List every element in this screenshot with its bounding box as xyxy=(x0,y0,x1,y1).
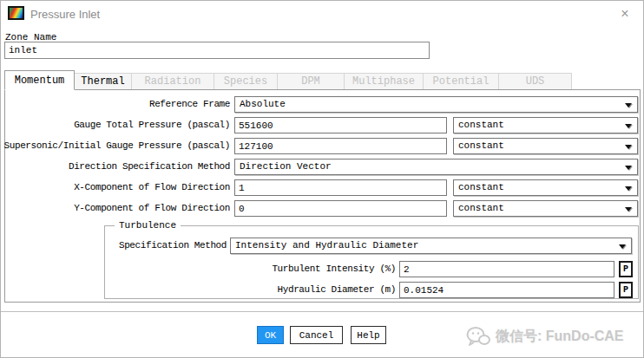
ok-button[interactable]: OK xyxy=(257,326,284,344)
window-title: Pressure Inlet xyxy=(30,8,100,21)
turbulent-intensity-profile-button[interactable]: P xyxy=(619,261,633,277)
zone-name-input[interactable] xyxy=(4,42,430,59)
hydraulic-diameter-profile-button[interactable]: P xyxy=(619,282,633,298)
profile-value: constant xyxy=(458,120,504,130)
tab-species: Species xyxy=(214,73,278,90)
gauge-total-pressure-profile-combo[interactable]: constant xyxy=(453,117,638,133)
profile-value: constant xyxy=(458,182,504,192)
hydraulic-diameter-label: Hydraulic Diameter (m) xyxy=(167,284,396,295)
y-flow-direction-input[interactable] xyxy=(234,200,447,217)
watermark: 微信号: FunDo-CAE xyxy=(466,323,640,349)
watermark-text: 微信号: FunDo-CAE xyxy=(496,328,624,346)
tab-radiation: Radiation xyxy=(131,73,214,90)
chevron-down-icon[interactable] xyxy=(625,207,632,212)
turbulent-intensity-input[interactable] xyxy=(399,261,614,277)
reference-frame-label: Reference Frame xyxy=(1,99,230,109)
gauge-total-pressure-label: Gauge Total Pressure (pascal) xyxy=(1,120,230,130)
chevron-down-icon[interactable] xyxy=(625,166,632,170)
x-flow-direction-input[interactable] xyxy=(234,179,447,196)
hydraulic-diameter-input[interactable] xyxy=(399,282,614,298)
tab-uds: UDS xyxy=(498,73,572,90)
gauge-total-pressure-input[interactable] xyxy=(234,117,447,133)
wechat-icon xyxy=(466,326,490,348)
turbulent-intensity-label: Turbulent Intensity (%) xyxy=(167,264,396,274)
turbulence-spec-method-value: Intensity and Hydraulic Diameter xyxy=(235,240,418,251)
y-flow-direction-label: Y-Component of Flow Direction xyxy=(1,203,230,213)
tab-thermal[interactable]: Thermal xyxy=(74,73,132,90)
chevron-down-icon[interactable] xyxy=(625,145,632,149)
chevron-down-icon[interactable] xyxy=(625,186,632,191)
turbulence-group-title: Turbulence xyxy=(115,220,181,231)
title-bar: Pressure Inlet × xyxy=(1,1,643,27)
pressure-inlet-dialog: Pressure Inlet × Zone Name Momentum Ther… xyxy=(0,0,644,358)
x-flow-direction-profile-combo[interactable]: constant xyxy=(453,179,638,196)
supersonic-gauge-pressure-label: Supersonic/Initial Gauge Pressure (pasca… xyxy=(1,140,230,151)
turbulence-spec-method-combo[interactable]: Intensity and Hydraulic Diameter xyxy=(230,238,632,254)
x-flow-direction-label: X-Component of Flow Direction xyxy=(1,182,230,192)
turbulence-spec-method-label: Specification Method xyxy=(1,240,227,251)
tab-multiphase: Multiphase xyxy=(344,73,424,90)
fluent-logo-icon xyxy=(8,6,24,20)
help-button[interactable]: Help xyxy=(351,326,386,344)
direction-spec-method-label: Direction Specification Method xyxy=(1,161,230,172)
footer-separator xyxy=(1,311,643,315)
reference-frame-combo[interactable]: Absolute xyxy=(234,96,638,113)
close-icon[interactable]: × xyxy=(617,6,633,22)
supersonic-gauge-pressure-input[interactable] xyxy=(234,138,447,154)
chevron-down-icon[interactable] xyxy=(625,124,632,128)
direction-spec-method-value: Direction Vector xyxy=(240,161,332,172)
chevron-down-icon[interactable] xyxy=(625,103,632,107)
supersonic-gauge-pressure-profile-combo[interactable]: constant xyxy=(453,138,638,154)
tab-momentum[interactable]: Momentum xyxy=(4,70,75,90)
y-flow-direction-profile-combo[interactable]: constant xyxy=(453,200,638,217)
profile-value: constant xyxy=(458,203,504,213)
tab-dpm: DPM xyxy=(277,73,345,90)
direction-spec-method-combo[interactable]: Direction Vector xyxy=(234,159,638,175)
tab-bar: Momentum Thermal Radiation Species DPM M… xyxy=(4,70,572,90)
reference-frame-value: Absolute xyxy=(240,99,286,109)
tab-potential: Potential xyxy=(423,73,499,90)
chevron-down-icon[interactable] xyxy=(619,244,626,249)
cancel-button[interactable]: Cancel xyxy=(290,326,343,344)
profile-value: constant xyxy=(458,140,504,151)
